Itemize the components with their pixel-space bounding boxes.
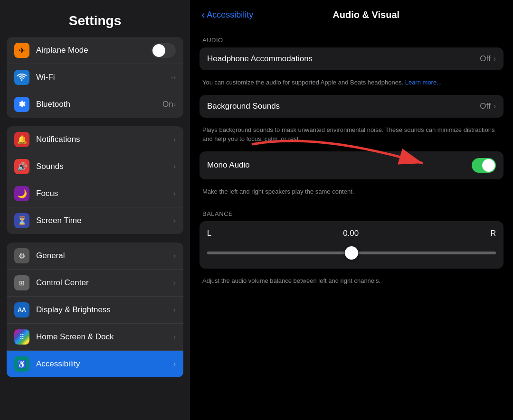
page-title: Audio & Visual (259, 9, 473, 20)
wifi-label: Wi-Fi (36, 73, 171, 82)
mono-audio-card: Mono Audio (200, 151, 504, 179)
controlcenter-label: Control Center (36, 278, 173, 288)
background-sounds-row[interactable]: Background Sounds Off › (200, 95, 504, 118)
settings-title: Settings (0, 0, 190, 37)
balance-card: L 0.00 R (200, 221, 504, 269)
balance-description: Adjust the audio volume balance between … (200, 272, 504, 293)
general-label: General (36, 251, 173, 261)
sidebar-item-homescreen[interactable]: ⠿ Home Screen & Dock › (7, 324, 183, 351)
sidebar-item-focus[interactable]: 🌙 Focus › (7, 180, 183, 207)
balance-value: 0.00 (343, 229, 359, 238)
background-sounds-value: Off (480, 102, 490, 111)
mono-audio-toggle[interactable] (472, 158, 496, 173)
balance-left-label: L (207, 229, 211, 238)
connectivity-group: ✈ Airplane Mode Wi-Fi · › ✱ Bluetooth On… (7, 37, 183, 118)
display-label: Display & Brightness (36, 305, 173, 315)
detail-header: ‹ Accessibility Audio & Visual (190, 0, 513, 25)
notifications-chevron: › (173, 135, 176, 144)
sidebar-item-screentime[interactable]: ⏳ Screen Time › (7, 207, 183, 234)
learn-more-link[interactable]: Learn more... (405, 79, 442, 86)
bluetooth-chevron: › (173, 100, 176, 109)
sounds-icon: 🔊 (14, 159, 29, 174)
airplane-label: Airplane Mode (36, 46, 152, 55)
wifi-chevron: › (173, 73, 176, 82)
background-sounds-chevron: › (494, 102, 496, 111)
mono-audio-row: Mono Audio (200, 151, 504, 179)
homescreen-icon: ⠿ (14, 329, 29, 345)
system-group: ⚙ General › ⊞ Control Center › AA Displa… (7, 243, 183, 377)
mono-description: Make the left and right speakers play th… (200, 183, 504, 204)
bluetooth-label: Bluetooth (36, 100, 162, 109)
screentime-label: Screen Time (36, 216, 173, 225)
bluetooth-icon: ✱ (14, 97, 29, 112)
balance-labels: L 0.00 R (207, 229, 496, 238)
homescreen-chevron: › (173, 333, 176, 341)
back-label: Accessibility (207, 10, 253, 20)
display-chevron: › (173, 306, 176, 314)
audio-section-header: AUDIO (200, 30, 504, 47)
headphone-accommodations-row[interactable]: Headphone Accommodations Off › (200, 47, 504, 70)
background-sounds-card: Background Sounds Off › (200, 95, 504, 118)
background-description: Plays background sounds to mask unwanted… (200, 121, 504, 151)
wifi-icon (14, 70, 29, 85)
sidebar-item-accessibility[interactable]: ♿ Accessibility › (7, 351, 183, 377)
balance-slider[interactable] (207, 252, 496, 254)
bluetooth-value: On (162, 100, 173, 109)
airplane-toggle[interactable] (152, 43, 176, 58)
sidebar-item-airplane[interactable]: ✈ Airplane Mode (7, 37, 183, 64)
balance-section-header: BALANCE (200, 204, 504, 221)
settings-sidebar: Settings ✈ Airplane Mode Wi-Fi · › ✱ Blu… (0, 0, 190, 420)
accessibility-icon: ♿ (14, 356, 29, 372)
headphone-accommodations-value: Off (480, 54, 490, 64)
headphone-card: Headphone Accommodations Off › (200, 47, 504, 70)
sidebar-item-display[interactable]: AA Display & Brightness › (7, 297, 183, 324)
sounds-label: Sounds (36, 162, 173, 171)
detail-panel: ‹ Accessibility Audio & Visual AUDIO Hea… (190, 0, 513, 420)
screentime-chevron: › (173, 216, 176, 225)
airplane-icon: ✈ (14, 43, 29, 58)
alerts-group: 🔔 Notifications › 🔊 Sounds › 🌙 Focus › ⏳… (7, 126, 183, 234)
headphone-description: You can customize the audio for supporte… (200, 74, 504, 95)
balance-right-label: R (490, 229, 496, 238)
balance-slider-container (207, 245, 496, 261)
airplane-toggle-thumb (152, 44, 165, 57)
back-chevron-icon: ‹ (201, 10, 205, 20)
general-chevron: › (173, 252, 176, 260)
detail-content: AUDIO Headphone Accommodations Off › You… (190, 25, 513, 308)
accessibility-chevron: › (173, 360, 176, 368)
focus-icon: 🌙 (14, 186, 29, 201)
headphone-accommodations-chevron: › (494, 55, 496, 63)
controlcenter-icon: ⊞ (14, 275, 29, 290)
focus-label: Focus (36, 189, 173, 198)
display-icon: AA (14, 302, 29, 317)
accessibility-label: Accessibility (36, 359, 173, 369)
general-icon: ⚙ (14, 248, 29, 263)
background-sounds-label: Background Sounds (207, 102, 480, 111)
sidebar-item-general[interactable]: ⚙ General › (7, 243, 183, 270)
sidebar-item-notifications[interactable]: 🔔 Notifications › (7, 126, 183, 153)
screentime-icon: ⏳ (14, 213, 29, 228)
notifications-label: Notifications (36, 135, 173, 144)
sidebar-item-sounds[interactable]: 🔊 Sounds › (7, 153, 183, 180)
homescreen-label: Home Screen & Dock (36, 332, 173, 342)
controlcenter-chevron: › (173, 279, 176, 287)
sidebar-item-wifi[interactable]: Wi-Fi · › (7, 64, 183, 91)
sidebar-item-bluetooth[interactable]: ✱ Bluetooth On › (7, 91, 183, 118)
back-button[interactable]: ‹ Accessibility (201, 10, 253, 20)
focus-chevron: › (173, 189, 176, 198)
headphone-accommodations-label: Headphone Accommodations (207, 54, 480, 64)
notifications-icon: 🔔 (14, 132, 29, 147)
sidebar-item-controlcenter[interactable]: ⊞ Control Center › (7, 270, 183, 297)
mono-audio-label: Mono Audio (207, 160, 472, 170)
mono-audio-toggle-thumb (482, 159, 495, 172)
sounds-chevron: › (173, 162, 176, 171)
